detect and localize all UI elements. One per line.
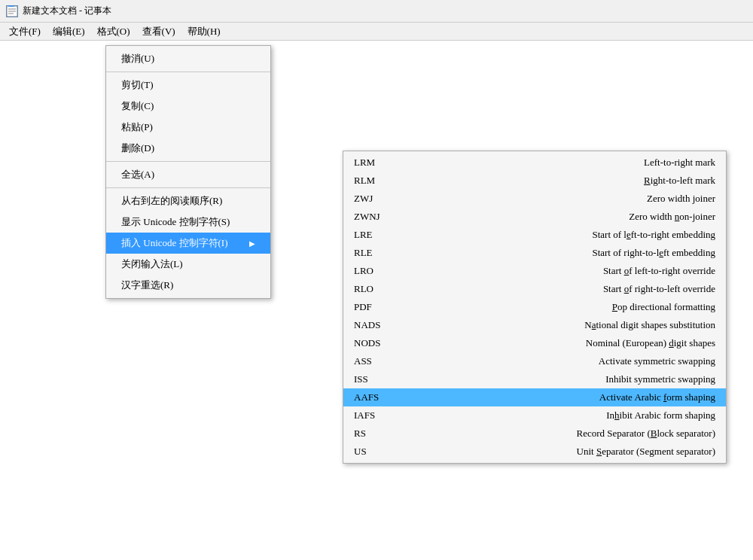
- submenu-item-lre[interactable]: LREStart of left-to-right embedding: [343, 226, 726, 244]
- submenu-item-rlo[interactable]: RLOStart of right-to-left override: [343, 280, 726, 298]
- ctx-separator-2: [106, 161, 270, 162]
- submenu-item-rs[interactable]: RSRecord Separator (Block separator): [343, 425, 726, 443]
- submenu-item-aafs[interactable]: AAFSActivate Arabic form shaping: [343, 388, 726, 406]
- ctx-insert-unicode[interactable]: 插入 Unicode 控制字符(I) ▶: [106, 233, 270, 254]
- ctx-show-unicode[interactable]: 显示 Unicode 控制字符(S): [106, 212, 270, 233]
- submenu-item-lro[interactable]: LROStart of left-to-right override: [343, 262, 726, 280]
- submenu-item-nads[interactable]: NADSNational digit shapes substitution: [343, 316, 726, 334]
- ctx-undo[interactable]: 撤消(U): [106, 48, 270, 69]
- ctx-copy[interactable]: 复制(C): [106, 96, 270, 117]
- submenu-item-rle[interactable]: RLEStart of right-to-left embedding: [343, 244, 726, 262]
- submenu-arrow: ▶: [249, 239, 255, 248]
- ctx-hanzi-reselect[interactable]: 汉字重选(R): [106, 275, 270, 296]
- context-menu: 撤消(U) 剪切(T) 复制(C) 粘贴(P) 删除(D) 全选(A) 从右到左…: [105, 45, 271, 299]
- submenu-item-nods[interactable]: NODSNominal (European) digit shapes: [343, 334, 726, 352]
- submenu-item-iafs[interactable]: IAFSInhibit Arabic form shaping: [343, 406, 726, 425]
- submenu-item-zwj[interactable]: ZWJZero width joiner: [343, 190, 726, 208]
- ctx-rtl[interactable]: 从右到左的阅读顺序(R): [106, 190, 270, 212]
- menu-bar: 文件(F) 编辑(E) 格式(O) 查看(V) 帮助(H): [0, 23, 753, 41]
- submenu-item-ass[interactable]: ASSActivate symmetric swapping: [343, 352, 726, 370]
- submenu-item-rlm[interactable]: RLMRight-to-left mark: [343, 172, 726, 190]
- submenu-item-zwnj[interactable]: ZWNJZero width non-joiner: [343, 208, 726, 226]
- submenu-item-lrm[interactable]: LRMLeft-to-right mark: [343, 154, 726, 172]
- title-bar: 新建文本文档 - 记事本: [0, 0, 753, 23]
- submenu-item-iss[interactable]: ISSInhibit symmetric swapping: [343, 370, 726, 388]
- menu-view[interactable]: 查看(V): [136, 23, 181, 40]
- ctx-delete[interactable]: 删除(D): [106, 138, 270, 159]
- ctx-cut[interactable]: 剪切(T): [106, 75, 270, 96]
- svg-rect-1: [8, 5, 14, 7]
- submenu-item-us[interactable]: USUnit Separator (Segment separator): [343, 443, 726, 461]
- ctx-paste[interactable]: 粘贴(P): [106, 117, 270, 138]
- ctx-select-all[interactable]: 全选(A): [106, 164, 270, 185]
- ctx-separator-1: [106, 72, 270, 72]
- menu-help[interactable]: 帮助(H): [181, 23, 227, 40]
- notepad-icon: [6, 5, 18, 17]
- menu-edit[interactable]: 编辑(E): [47, 23, 91, 40]
- window-title: 新建文本文档 - 记事本: [23, 5, 111, 17]
- submenu-item-pdf[interactable]: PDFPop directional formatting: [343, 298, 726, 316]
- ctx-close-ime[interactable]: 关闭输入法(L): [106, 254, 270, 275]
- menu-format[interactable]: 格式(O): [91, 23, 136, 40]
- submenu-unicode: LRMLeft-to-right markRLMRight-to-left ma…: [343, 151, 727, 464]
- ctx-separator-3: [106, 187, 270, 188]
- menu-file[interactable]: 文件(F): [3, 23, 47, 40]
